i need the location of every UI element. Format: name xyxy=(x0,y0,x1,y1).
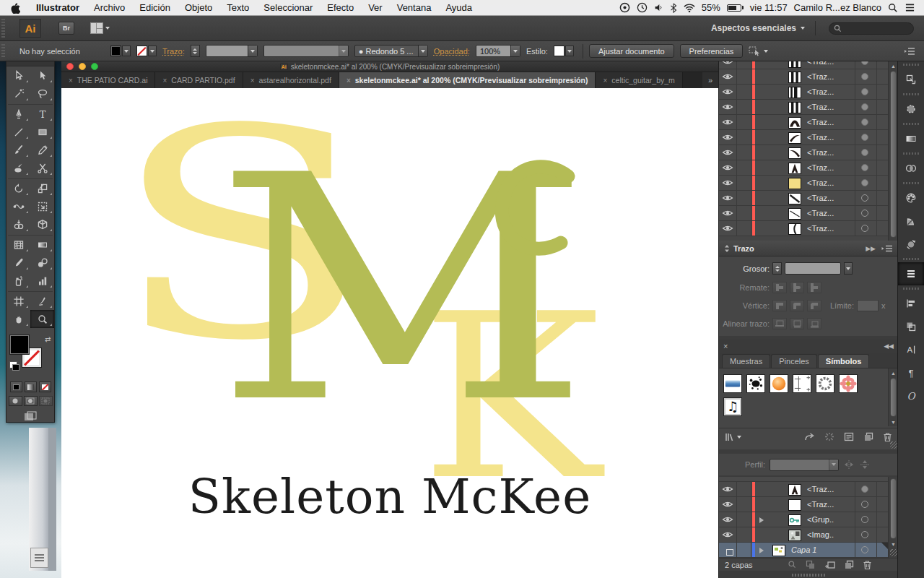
tab-muestras[interactable]: Muestras xyxy=(722,354,770,368)
tools-panel-drag-bar[interactable] xyxy=(6,61,54,66)
selection-tool[interactable] xyxy=(6,66,30,85)
spotlight-icon[interactable] xyxy=(888,3,898,13)
style-swatch[interactable] xyxy=(554,46,565,56)
dock-toggle-icon[interactable] xyxy=(898,68,924,91)
scrollbar-thumb[interactable] xyxy=(890,71,897,238)
panel-menu-icon[interactable] xyxy=(881,245,893,252)
layer-row[interactable]: Capa 1 xyxy=(719,543,888,558)
opentype-icon[interactable]: O xyxy=(898,384,924,407)
layer-name[interactable]: <Traz... xyxy=(807,118,834,126)
layer-thumbnail[interactable] xyxy=(788,117,801,129)
layer-name[interactable]: <Traz... xyxy=(807,133,834,142)
dashed-circle-icon[interactable] xyxy=(898,98,924,121)
symbol-libraries-button[interactable] xyxy=(725,432,741,442)
target-circle-filled-icon[interactable] xyxy=(861,134,868,141)
collapse-panel-icon[interactable]: ◀◀ xyxy=(884,342,894,350)
layer-thumbnail[interactable] xyxy=(788,178,801,189)
layer-name[interactable]: <Traz... xyxy=(807,178,834,187)
visibility-eye-icon[interactable] xyxy=(722,72,733,81)
visibility-eye-icon[interactable] xyxy=(722,61,733,66)
document-tab[interactable]: ×celtic_guitar_by_m xyxy=(596,72,682,88)
new-layer-icon[interactable] xyxy=(844,560,854,569)
fit-document-button[interactable]: Ajustar documento xyxy=(589,44,674,58)
layer-name[interactable]: Capa 1 xyxy=(791,545,816,554)
stroke-weight-combo[interactable] xyxy=(206,45,258,57)
visibility-eye-icon[interactable] xyxy=(722,194,733,202)
shape-builder-tool[interactable] xyxy=(6,215,30,233)
target-circle-filled-icon[interactable] xyxy=(861,118,868,126)
close-tab-icon[interactable]: × xyxy=(346,77,351,85)
color-palette-icon[interactable] xyxy=(898,186,924,210)
visibility-eye-icon[interactable] xyxy=(722,103,733,111)
menu-clock[interactable]: vie 11:57 xyxy=(750,2,788,13)
visibility-eye-icon[interactable] xyxy=(722,209,733,217)
layer-row[interactable]: <Traz... xyxy=(719,176,888,191)
document-tab[interactable]: ×skeletonmckee.ai* al 200% (CMYK/Previsu… xyxy=(339,72,596,88)
layer-row[interactable]: <Traz... xyxy=(719,221,888,236)
locate-object-icon[interactable] xyxy=(788,560,797,569)
layer-row[interactable]: <Traz... xyxy=(719,497,888,512)
close-tab-icon[interactable]: × xyxy=(69,77,73,85)
gradient-button[interactable] xyxy=(25,381,37,392)
panel-group-grip[interactable] xyxy=(898,150,924,157)
target-circle-filled-icon[interactable] xyxy=(861,61,868,65)
layer-row[interactable]: <Traz... xyxy=(719,130,888,145)
target-circle-filled-icon[interactable] xyxy=(861,149,868,156)
align-inside-button[interactable] xyxy=(790,318,804,329)
document-tab[interactable]: ×astarealhorizontal.pdf xyxy=(243,72,339,88)
visibility-eye-icon[interactable] xyxy=(722,515,733,524)
symbol-red-flower[interactable] xyxy=(839,374,858,393)
layer-row[interactable]: <Traz... xyxy=(719,206,888,221)
expand-triangle-icon[interactable] xyxy=(759,517,764,523)
preferences-button[interactable]: Preferencias xyxy=(680,44,744,58)
rectangle-tool[interactable] xyxy=(30,123,54,141)
close-panel-icon[interactable]: × xyxy=(723,342,728,350)
menu-item-ver[interactable]: Ver xyxy=(361,2,390,13)
stroke-panel-link[interactable]: Trazo: xyxy=(162,47,185,56)
tab-símbolos[interactable]: Símbolos xyxy=(818,354,870,368)
symbol-music-note[interactable]: ♫ xyxy=(723,397,742,416)
gradient-tool[interactable] xyxy=(30,236,54,254)
document-tab[interactable]: ×CARD PARTIO.pdf xyxy=(155,72,243,88)
new-symbol-icon[interactable] xyxy=(863,432,873,441)
menu-illustrator[interactable]: Illustrator xyxy=(29,2,87,13)
notification-center-icon[interactable] xyxy=(905,3,915,12)
eyedropper-tool[interactable] xyxy=(6,254,30,272)
menu-item-efecto[interactable]: Efecto xyxy=(320,2,361,13)
trash-icon[interactable] xyxy=(863,560,872,570)
break-link-icon[interactable] xyxy=(824,432,834,441)
target-circle-icon[interactable] xyxy=(861,225,868,232)
column-graph-tool[interactable] xyxy=(30,272,54,290)
stroke-panel-icon[interactable] xyxy=(898,262,924,285)
round-cap-button[interactable] xyxy=(790,282,804,293)
clipping-mask-icon[interactable] xyxy=(806,560,816,569)
panel-collapse-icon[interactable] xyxy=(724,244,730,253)
layer-thumbnail[interactable] xyxy=(788,484,801,496)
target-circle-filled-icon[interactable] xyxy=(861,73,868,80)
symbol-twirl-ring[interactable] xyxy=(816,374,834,393)
weight-combo[interactable] xyxy=(785,262,841,275)
bridge-button[interactable]: Br xyxy=(58,22,74,35)
panel-group-grip[interactable] xyxy=(898,61,924,68)
profile-combo[interactable] xyxy=(770,459,839,471)
butt-cap-button[interactable] xyxy=(772,282,787,293)
workspace-switcher[interactable]: Aspectos esenciales xyxy=(711,23,805,33)
panel-group-grip[interactable] xyxy=(898,180,924,186)
stroke-swatch-control[interactable] xyxy=(136,46,157,56)
blend-tool[interactable] xyxy=(30,254,54,272)
paragraph-icon[interactable]: ¶ xyxy=(898,361,924,384)
visibility-eye-icon[interactable] xyxy=(722,163,733,172)
layer-name[interactable]: <Traz... xyxy=(807,163,834,172)
weight-stepper[interactable] xyxy=(772,262,782,275)
align-icon[interactable] xyxy=(898,292,924,315)
user-menu[interactable]: Camilo R...ez Blanco xyxy=(794,2,881,13)
apple-menu-icon[interactable] xyxy=(10,2,20,14)
layer-thumbnail[interactable] xyxy=(788,102,801,113)
layer-row[interactable]: <Grup.. xyxy=(719,512,888,527)
visibility-eye-icon[interactable] xyxy=(722,485,733,493)
draw-inside-button[interactable] xyxy=(39,396,53,406)
layer-name[interactable]: <Traz... xyxy=(807,209,834,217)
layer-thumbnail[interactable] xyxy=(788,163,801,174)
rotate-tool[interactable] xyxy=(6,179,30,197)
stroke-swatch[interactable] xyxy=(136,46,147,56)
